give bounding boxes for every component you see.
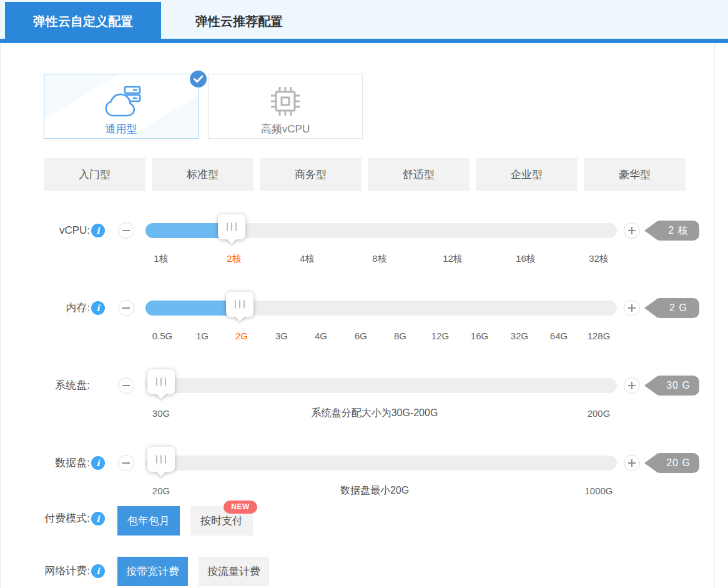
memory-tick[interactable]: 3G	[275, 331, 288, 341]
memory-info-icon[interactable]: i	[91, 301, 105, 315]
memory-tick[interactable]: 6G	[355, 331, 367, 341]
vcpu-label: vCPU:	[0, 223, 90, 238]
instance-type-high-freq-vcpu[interactable]: 高频vCPU	[208, 74, 363, 139]
payment-mode-label: 付费模式:	[0, 511, 90, 526]
memory-tick[interactable]: 8G	[394, 331, 406, 341]
new-badge: NEW	[224, 501, 257, 514]
memory-increase-button[interactable]	[624, 300, 640, 316]
instance-type-label: 通用型	[44, 122, 198, 136]
cloud-server-icon	[101, 83, 141, 118]
memory-tick[interactable]: 128G	[588, 331, 611, 341]
data-disk-label: 数据盘:	[0, 456, 90, 471]
memory-tick[interactable]: 12G	[431, 331, 449, 341]
instance-type-general[interactable]: 通用型	[44, 74, 199, 139]
payment-option-prepaid[interactable]: 包年包月	[117, 506, 180, 536]
system-disk-increase-button[interactable]	[624, 377, 640, 394]
data-disk-increase-button[interactable]	[624, 455, 640, 471]
instance-type-label: 高频vCPU	[209, 122, 362, 136]
network-option-bandwidth[interactable]: 按带宽计费	[117, 557, 188, 586]
data-disk-min-label: 20G	[152, 486, 170, 496]
preset-business[interactable]: 商务型	[260, 158, 362, 191]
preset-standard[interactable]: 标准型	[152, 158, 253, 191]
network-option-traffic[interactable]: 按流量计费	[199, 557, 269, 586]
preset-entry[interactable]: 入门型	[44, 158, 145, 191]
system-disk-decrease-button[interactable]	[118, 377, 134, 394]
memory-tick[interactable]: 16G	[471, 331, 488, 341]
data-disk-max-label: 1000G	[584, 486, 612, 496]
cpu-chip-icon	[267, 83, 303, 119]
vcpu-increase-button[interactable]	[624, 222, 640, 239]
payment-info-icon[interactable]: i	[91, 512, 105, 526]
memory-tick[interactable]: 64G	[550, 331, 568, 341]
tab-bar: 弹性云自定义配置 弹性云推荐配置	[0, 0, 728, 39]
system-disk-hint: 系统盘分配大小为30G-200G	[312, 407, 438, 420]
memory-tick[interactable]: 0.5G	[152, 331, 173, 341]
data-disk-value-badge: 20 G	[644, 453, 699, 473]
vcpu-decrease-button[interactable]	[118, 222, 134, 239]
memory-value-badge: 2 G	[644, 298, 699, 318]
preset-comfort[interactable]: 舒适型	[368, 158, 470, 191]
memory-slider-handle[interactable]	[226, 292, 253, 317]
system-disk-slider-handle[interactable]	[147, 369, 175, 394]
system-disk-max-label: 200G	[588, 408, 611, 419]
data-disk-decrease-button[interactable]	[118, 455, 134, 471]
network-billing-label: 网络计费:	[0, 564, 90, 579]
data-disk-slider-handle[interactable]	[147, 447, 175, 472]
vcpu-tick[interactable]: 12核	[443, 253, 463, 265]
vcpu-slider-handle[interactable]	[218, 214, 245, 239]
data-disk-slider-track[interactable]	[145, 456, 617, 471]
vcpu-value-badge: 2 核	[644, 221, 699, 241]
memory-decrease-button[interactable]	[118, 300, 134, 316]
vcpu-tick[interactable]: 1核	[154, 253, 168, 265]
system-disk-slider-track[interactable]	[145, 378, 617, 393]
memory-label: 内存:	[0, 301, 90, 316]
tab-custom-config[interactable]: 弹性云自定义配置	[5, 2, 161, 43]
vcpu-tick[interactable]: 8核	[372, 253, 386, 265]
data-disk-hint: 数据盘最小20G	[340, 484, 409, 497]
tab-recommended-config[interactable]: 弹性云推荐配置	[161, 2, 317, 43]
vcpu-tick[interactable]: 32核	[589, 253, 609, 265]
memory-tick-selected[interactable]: 2G	[235, 331, 248, 341]
data-disk-info-icon[interactable]: i	[91, 456, 105, 470]
vcpu-slider-track[interactable]	[145, 223, 617, 238]
system-disk-value-badge: 30 G	[644, 376, 699, 396]
selected-check-icon	[190, 71, 207, 87]
vcpu-info-icon[interactable]: i	[91, 224, 105, 237]
vcpu-tick[interactable]: 4核	[300, 253, 314, 265]
memory-slider-track[interactable]	[145, 301, 617, 316]
memory-tick[interactable]: 32G	[511, 331, 528, 341]
preset-enterprise[interactable]: 企业型	[476, 158, 578, 191]
system-disk-label: 系统盘:	[0, 378, 90, 393]
vcpu-tick[interactable]: 16核	[516, 253, 536, 265]
system-disk-min-label: 30G	[152, 408, 170, 419]
memory-tick[interactable]: 4G	[315, 331, 327, 341]
elastic-cloud-config-panel: 弹性云自定义配置 弹性云推荐配置 通用型	[0, 0, 728, 588]
preset-deluxe[interactable]: 豪华型	[584, 158, 686, 191]
network-info-icon[interactable]: i	[91, 564, 105, 578]
vcpu-tick-selected[interactable]: 2核	[227, 253, 241, 265]
memory-tick[interactable]: 1G	[196, 331, 209, 341]
